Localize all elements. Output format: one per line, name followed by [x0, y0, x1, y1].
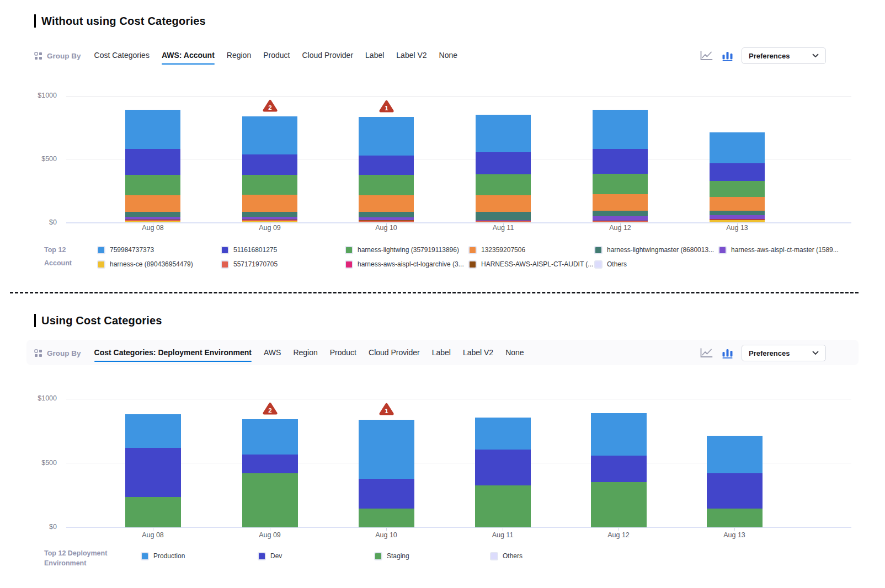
bar-segment-harness-ce-890436954479[interactable]: [710, 220, 765, 222]
bar-segment-harness-lightwingmaster-8680013[interactable]: [710, 211, 765, 215]
bar-segment-production[interactable]: [707, 436, 763, 473]
bar-segment-harness-lightwingmaster-8680013[interactable]: [242, 212, 297, 217]
bar-segment-staging[interactable]: [242, 473, 298, 527]
bar-segment-harness-ce-890436954479[interactable]: [242, 221, 297, 222]
bar-segment-759984737373[interactable]: [710, 132, 765, 163]
bar-segment-staging[interactable]: [475, 485, 531, 527]
bar-segment-557171970705[interactable]: [476, 221, 531, 222]
bar-segment-dev[interactable]: [591, 456, 647, 482]
anomaly-badge[interactable]: 2: [263, 99, 278, 113]
bar-segment-production[interactable]: [359, 420, 414, 479]
bar-segment-759984737373[interactable]: [476, 115, 531, 153]
bar-segment-759984737373[interactable]: [593, 110, 648, 149]
legend-item-production[interactable]: Production: [141, 552, 185, 560]
bar-segment-production[interactable]: [125, 414, 181, 448]
tab-cloud-provider[interactable]: Cloud Provider: [369, 348, 420, 358]
preferences-button[interactable]: Preferences: [742, 47, 826, 64]
bar-segment-132359207506[interactable]: [593, 194, 648, 211]
legend-item-harness-lightwingmaster-8680013[interactable]: harness-lightwingmaster (8680013...: [594, 245, 714, 254]
bar-segment-harness-lightwing-357919113896[interactable]: [359, 175, 414, 195]
bar-segment-557171970705[interactable]: [359, 221, 414, 222]
tab-cloud-provider[interactable]: Cloud Provider: [302, 51, 353, 61]
tab-label-v2[interactable]: Label V2: [463, 348, 493, 358]
bar-segment-staging[interactable]: [591, 482, 647, 527]
bar-segment-staging[interactable]: [359, 509, 414, 527]
bar-chart-toggle-icon[interactable]: [722, 50, 733, 61]
legend-item-others[interactable]: Others: [594, 260, 627, 269]
bar-segment-harness-aws-aispl-ct-master-1589[interactable]: [710, 215, 765, 219]
bar-segment-harness-ce-890436954479[interactable]: [359, 222, 414, 223]
legend-item-557171970705[interactable]: 557171970705: [221, 260, 278, 269]
line-chart-toggle-icon[interactable]: [700, 348, 713, 359]
bar-segment-harness-lightwingmaster-8680013[interactable]: [359, 212, 414, 217]
bar-segment-132359207506[interactable]: [476, 195, 531, 212]
bar-segment-557171970705[interactable]: [125, 220, 180, 221]
bar-segment-511616801275[interactable]: [359, 156, 414, 175]
bar-segment-dev[interactable]: [707, 473, 763, 509]
bar-segment-dev[interactable]: [359, 479, 414, 509]
anomaly-badge[interactable]: 2: [263, 402, 278, 415]
tab-aws[interactable]: AWS: [264, 348, 281, 358]
tab-region[interactable]: Region: [293, 348, 317, 358]
legend-item-harness-aws-aispl-ct-master-1589[interactable]: harness-aws-aispl-ct-master (1589...: [718, 245, 839, 254]
bar-segment-harness-lightwingmaster-8680013[interactable]: [593, 211, 648, 216]
bar-chart-toggle-icon[interactable]: [722, 348, 733, 359]
bar-segment-production[interactable]: [242, 419, 298, 455]
tab-cost-categories-deployment-environment[interactable]: Cost Categories: Deployment Environment: [94, 348, 252, 358]
bar-segment-759984737373[interactable]: [242, 116, 297, 154]
legend-item-others[interactable]: Others: [490, 552, 523, 560]
legend-item-dev[interactable]: Dev: [258, 552, 282, 560]
bar-segment-harness-ce-890436954479[interactable]: [593, 222, 648, 223]
bar-segment-759984737373[interactable]: [359, 117, 414, 155]
tab-label[interactable]: Label: [432, 348, 451, 358]
legend-item-staging[interactable]: Staging: [374, 552, 409, 560]
preferences-button[interactable]: Preferences: [742, 345, 826, 361]
bar-segment-511616801275[interactable]: [242, 154, 297, 175]
bar-segment-132359207506[interactable]: [242, 195, 297, 211]
bar-segment-557171970705[interactable]: [593, 221, 648, 222]
bar-segment-harness-aws-aispl-ct-master-1589[interactable]: [593, 216, 648, 221]
bar-segment-staging[interactable]: [707, 509, 763, 527]
bar-segment-dev[interactable]: [475, 450, 531, 485]
bar-segment-132359207506[interactable]: [359, 195, 414, 212]
tab-product[interactable]: Product: [330, 348, 356, 358]
tab-region[interactable]: Region: [227, 51, 251, 61]
bar-segment-759984737373[interactable]: [125, 110, 180, 148]
tab-aws-account[interactable]: AWS: Account: [162, 51, 215, 61]
legend-item-759984737373[interactable]: 759984737373: [97, 245, 154, 254]
tab-none[interactable]: None: [439, 51, 457, 61]
legend-item-511616801275[interactable]: 511616801275: [221, 245, 277, 254]
bar-segment-harness-lightwing-357919113896[interactable]: [125, 175, 180, 195]
bar-segment-dev[interactable]: [242, 455, 298, 473]
bar-segment-harness-aws-aispl-ct-master-1589[interactable]: [242, 217, 297, 220]
tab-label[interactable]: Label: [365, 51, 384, 61]
bar-segment-132359207506[interactable]: [125, 195, 180, 212]
bar-segment-harness-aws-aispl-ct-master-1589[interactable]: [125, 217, 180, 220]
line-chart-toggle-icon[interactable]: [700, 50, 713, 61]
bar-segment-557171970705[interactable]: [242, 220, 297, 222]
legend-item-harness-aws-aispl-ct-audit[interactable]: HARNESS-AWS-AISPL-CT-AUDIT (...: [468, 260, 593, 269]
anomaly-badge[interactable]: 1: [379, 100, 394, 113]
legend-item-harness-lightwing-357919113896[interactable]: harness-lightwing (357919113896): [345, 245, 459, 254]
bar-segment-dev[interactable]: [125, 448, 181, 496]
bar-segment-511616801275[interactable]: [125, 149, 180, 175]
bar-segment-harness-lightwing-357919113896[interactable]: [593, 174, 648, 194]
bar-segment-production[interactable]: [475, 418, 531, 450]
bar-segment-511616801275[interactable]: [710, 163, 765, 181]
bar-segment-harness-aws-aispl-ct-master-1589[interactable]: [476, 220, 531, 221]
legend-item-harness-ce-890436954479[interactable]: harness-ce (890436954479): [97, 260, 193, 269]
bar-segment-harness-ce-890436954479[interactable]: [476, 222, 531, 223]
bar-segment-511616801275[interactable]: [476, 152, 531, 174]
bar-segment-harness-aws-aispl-ct-master-1589[interactable]: [359, 217, 414, 220]
bar-segment-harness-lightwing-357919113896[interactable]: [242, 175, 297, 195]
bar-segment-harness-lightwingmaster-8680013[interactable]: [125, 212, 180, 216]
bar-segment-staging[interactable]: [125, 497, 181, 527]
legend-item-harness-aws-aispl-ct-logarchive-3[interactable]: harness-aws-aispl-ct-logarchive (3...: [345, 260, 464, 269]
bar-segment-harness-lightwingmaster-8680013[interactable]: [476, 212, 531, 220]
tab-label-v2[interactable]: Label V2: [396, 51, 426, 61]
bar-segment-511616801275[interactable]: [593, 149, 648, 174]
bar-segment-harness-ce-890436954479[interactable]: [125, 221, 180, 222]
bar-segment-harness-lightwing-357919113896[interactable]: [476, 174, 531, 195]
bar-segment-132359207506[interactable]: [710, 197, 765, 211]
tab-product[interactable]: Product: [263, 51, 290, 61]
